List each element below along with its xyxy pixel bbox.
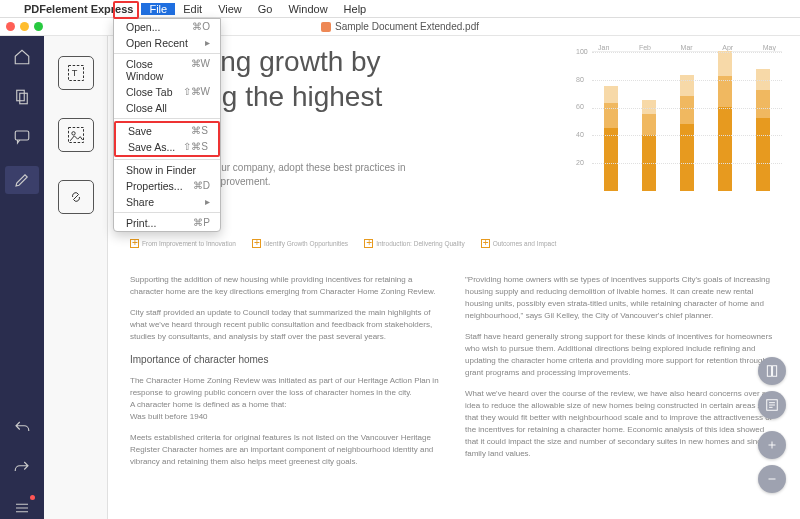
legend-item: Introduction: Delivering Quality [364,239,465,248]
chart-ytick: 20 [576,159,584,166]
tool-column: T [44,36,108,519]
menu-icon[interactable] [11,497,33,519]
legend-item: Outcomes and Impact [481,239,557,248]
svg-point-6 [71,132,74,135]
menu-open-recent[interactable]: Open Recent▸ [114,35,220,51]
menu-close-tab[interactable]: Close Tab⇧⌘W [114,84,220,100]
mac-menubar: PDFelement Express File Edit View Go Win… [0,0,800,18]
chart-bar [756,69,770,191]
text-tool-button[interactable]: T [58,56,94,90]
svg-rect-2 [15,131,29,140]
pencil-icon[interactable] [5,166,39,194]
svg-rect-0 [17,90,25,101]
legend-marker-icon [481,239,490,248]
zoom-in-button[interactable] [758,431,786,459]
svg-rect-7 [767,366,771,377]
chart-category: Jan [598,44,609,51]
menu-go[interactable]: Go [250,3,281,15]
menu-save-as[interactable]: Save As...⇧⌘S [116,139,218,155]
chart-category: Feb [639,44,651,51]
menu-properties[interactable]: Properties...⌘D [114,178,220,194]
link-tool-button[interactable] [58,180,94,214]
view-single-button[interactable] [758,357,786,385]
menu-close-all[interactable]: Close All [114,100,220,116]
chart-category: May [763,44,776,51]
chart: JanFebMarAprMay 10080604020 [592,44,782,214]
chart-ytick: 40 [576,131,584,138]
legend-marker-icon [364,239,373,248]
legend-row: From Improvement to InnovationIdentify G… [130,239,778,248]
column-left: Supporting the addition of new housing w… [130,274,443,477]
comment-icon[interactable] [11,126,33,148]
chart-bar [642,100,656,191]
body-columns: Supporting the addition of new housing w… [130,274,778,477]
legend-marker-icon [252,239,261,248]
menu-view[interactable]: View [210,3,250,15]
section-heading: Importance of character homes [130,352,443,367]
legend-item: From Improvement to Innovation [130,239,236,248]
legend-item: Identify Growth Opportunities [252,239,348,248]
chart-bar [604,86,618,191]
redo-icon[interactable] [11,457,33,479]
app-name[interactable]: PDFelement Express [16,3,141,15]
menu-save[interactable]: Save⌘S [116,123,218,139]
chart-category: Mar [681,44,693,51]
menu-print[interactable]: Print...⌘P [114,215,220,231]
home-icon[interactable] [11,46,33,68]
legend-marker-icon [130,239,139,248]
minimize-window-button[interactable] [20,22,29,31]
menu-open[interactable]: Open...⌘O [114,19,220,35]
column-right: "Providing home owners with se types of … [465,274,778,477]
menu-close-window[interactable]: Close Window⌘W [114,56,220,84]
svg-rect-1 [20,93,28,104]
chart-bar [680,75,694,191]
traffic-lights [6,22,43,31]
chart-ytick: 60 [576,103,584,110]
close-window-button[interactable] [6,22,15,31]
menu-window[interactable]: Window [280,3,335,15]
menu-edit[interactable]: Edit [175,3,210,15]
menu-show-in-finder[interactable]: Show in Finder [114,162,220,178]
chart-bar [718,51,732,191]
undo-icon[interactable] [11,417,33,439]
left-rail [0,36,44,519]
file-menu-dropdown: Open...⌘O Open Recent▸ Close Window⌘W Cl… [113,18,221,232]
zoom-out-button[interactable] [758,465,786,493]
chart-ytick: 80 [576,76,584,83]
menu-file[interactable]: File [141,3,175,15]
chart-ytick: 100 [576,48,588,55]
menu-share[interactable]: Share▸ [114,194,220,210]
maximize-window-button[interactable] [34,22,43,31]
chart-category: Apr [722,44,733,51]
menu-help[interactable]: Help [336,3,375,15]
image-tool-button[interactable] [58,118,94,152]
document-title: Sample Document Extended.pdf [335,21,479,32]
svg-rect-8 [773,366,777,377]
view-text-button[interactable] [758,391,786,419]
pages-icon[interactable] [11,86,33,108]
document-icon [321,22,331,32]
highlight-save-annotation: Save⌘S Save As...⇧⌘S [114,121,220,157]
svg-text:T: T [71,68,77,78]
